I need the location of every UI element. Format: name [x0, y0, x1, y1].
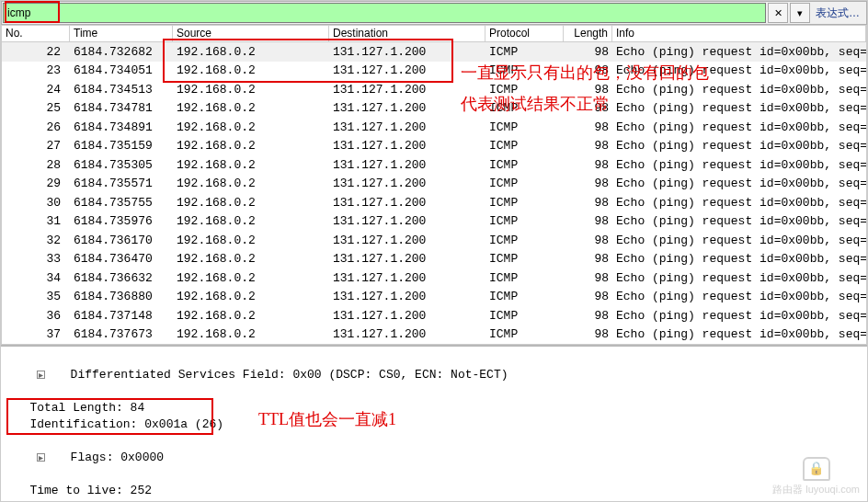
table-cell: ICMP [485, 44, 564, 60]
table-cell: 98 [564, 44, 612, 60]
table-cell: 98 [564, 176, 612, 191]
table-cell: ICMP [485, 195, 564, 211]
table-row[interactable]: 366184.737148192.168.0.2131.127.1.200ICM… [2, 306, 866, 325]
table-cell: 28 [2, 157, 70, 173]
table-row[interactable]: 266184.734891192.168.0.2131.127.1.200ICM… [2, 118, 866, 137]
display-filter-input[interactable] [3, 3, 766, 23]
table-cell: 192.168.0.2 [173, 213, 329, 229]
table-cell: 131.127.1.200 [329, 289, 485, 304]
table-cell: 131.127.1.200 [329, 120, 485, 135]
table-cell: ICMP [485, 326, 564, 342]
col-header-no[interactable]: No. [2, 26, 70, 41]
col-header-info[interactable]: Info [612, 26, 866, 41]
table-cell: ICMP [485, 270, 564, 286]
table-row[interactable]: 376184.737673192.168.0.2131.127.1.200ICM… [2, 325, 866, 345]
col-header-length[interactable]: Length [564, 26, 612, 41]
table-cell: Echo (ping) request id=0x00bb, seq= [612, 63, 866, 78]
table-row[interactable]: 276184.735159192.168.0.2131.127.1.200ICM… [2, 137, 866, 156]
table-cell: 192.168.0.2 [173, 82, 329, 97]
table-cell: Echo (ping) request id=0x00bb, seq= [612, 233, 866, 248]
table-cell: Echo (ping) request id=0x00bb, seq= [612, 308, 866, 324]
table-cell: 27 [2, 138, 70, 154]
detail-ttl[interactable]: Time to live: 252 [8, 483, 860, 499]
table-cell: ICMP [485, 308, 564, 324]
col-header-protocol[interactable]: Protocol [485, 26, 564, 41]
packet-list-body[interactable]: 226184.732682192.168.0.2131.127.1.200ICM… [2, 42, 866, 345]
table-row[interactable]: 306184.735755192.168.0.2131.127.1.200ICM… [2, 193, 866, 212]
table-cell: 98 [564, 63, 612, 78]
table-cell: 131.127.1.200 [329, 233, 485, 248]
table-cell: 6184.735305 [70, 157, 173, 173]
table-row[interactable]: 316184.735976192.168.0.2131.127.1.200ICM… [2, 212, 866, 232]
table-cell: 6184.734513 [70, 82, 173, 97]
table-cell: 192.168.0.2 [173, 138, 329, 154]
table-cell: 6184.734051 [70, 63, 173, 78]
router-icon [803, 457, 830, 481]
detail-dscp[interactable]: ▸ Differentiated Services Field: 0x00 (D… [8, 350, 860, 400]
table-cell: Echo (ping) request id=0x00bb, seq= [612, 157, 866, 173]
table-cell: 25 [2, 100, 70, 116]
table-cell: 30 [2, 195, 70, 211]
table-cell: 131.127.1.200 [329, 157, 485, 173]
table-cell: 131.127.1.200 [329, 44, 485, 60]
table-cell: 6184.734891 [70, 120, 173, 135]
table-row[interactable]: 356184.736880192.168.0.2131.127.1.200ICM… [2, 288, 866, 307]
table-cell: 98 [564, 100, 612, 116]
table-cell: 192.168.0.2 [173, 100, 329, 116]
table-cell: Echo (ping) request id=0x00bb, seq= [612, 270, 866, 286]
table-cell: 131.127.1.200 [329, 100, 485, 116]
table-cell: 131.127.1.200 [329, 138, 485, 154]
col-header-source[interactable]: Source [173, 26, 329, 41]
table-cell: 192.168.0.2 [173, 308, 329, 324]
expression-link[interactable]: 表达式… [810, 6, 865, 21]
table-cell: 6184.736880 [70, 289, 173, 304]
table-cell: 98 [564, 326, 612, 342]
table-cell: Echo (ping) request id=0x00bb, seq= [612, 120, 866, 135]
table-row[interactable]: 236184.734051192.168.0.2131.127.1.200ICM… [2, 62, 866, 81]
col-header-time[interactable]: Time [70, 26, 173, 41]
table-row[interactable]: 286184.735305192.168.0.2131.127.1.200ICM… [2, 155, 866, 175]
table-cell: 6184.736470 [70, 251, 173, 267]
watermark: 路由器 luyouqi.com [772, 457, 860, 496]
table-cell: 131.127.1.200 [329, 270, 485, 286]
detail-flags[interactable]: ▸ Flags: 0x0000 [8, 433, 860, 483]
detail-protocol[interactable]: Protocol: ICMP (1) [8, 499, 860, 501]
table-cell: 131.127.1.200 [329, 82, 485, 97]
table-row[interactable]: 296184.735571192.168.0.2131.127.1.200ICM… [2, 175, 866, 194]
packet-list-pane: No. Time Source Destination Protocol Len… [1, 25, 867, 345]
table-row[interactable]: 326184.736170192.168.0.2131.127.1.200ICM… [2, 231, 866, 250]
table-cell: 192.168.0.2 [173, 195, 329, 211]
filter-dropdown-button[interactable]: ▾ [790, 3, 810, 23]
table-cell: 98 [564, 120, 612, 135]
table-cell: ICMP [485, 63, 564, 78]
col-header-destination[interactable]: Destination [329, 26, 485, 41]
table-cell: 32 [2, 233, 70, 248]
table-cell: 192.168.0.2 [173, 289, 329, 304]
table-cell: 24 [2, 82, 70, 97]
table-cell: ICMP [485, 100, 564, 116]
table-cell: 98 [564, 138, 612, 154]
detail-identification[interactable]: Identification: 0x001a (26) [8, 416, 860, 433]
packet-details-pane[interactable]: ▸ Differentiated Services Field: 0x00 (D… [1, 345, 867, 501]
display-filter-bar: ✕ ▾ 表达式… [1, 1, 867, 25]
table-cell: Echo (ping) request id=0x00bb, seq= [612, 289, 866, 304]
table-row[interactable]: 256184.734781192.168.0.2131.127.1.200ICM… [2, 99, 866, 119]
expand-icon[interactable]: ▸ [37, 453, 45, 462]
table-row[interactable]: 246184.734513192.168.0.2131.127.1.200ICM… [2, 80, 866, 99]
table-cell: 98 [564, 213, 612, 229]
expand-icon[interactable]: ▸ [37, 371, 45, 379]
table-cell: Echo (ping) request id=0x00bb, seq= [612, 195, 866, 211]
table-cell: ICMP [485, 120, 564, 135]
table-cell: 192.168.0.2 [173, 157, 329, 173]
table-cell: 6184.735755 [70, 195, 173, 211]
table-cell: 6184.735976 [70, 213, 173, 229]
table-cell: ICMP [485, 251, 564, 267]
table-row[interactable]: 346184.736632192.168.0.2131.127.1.200ICM… [2, 268, 866, 288]
table-cell: 131.127.1.200 [329, 195, 485, 211]
table-cell: 35 [2, 289, 70, 304]
clear-filter-button[interactable]: ✕ [768, 3, 788, 23]
table-row[interactable]: 336184.736470192.168.0.2131.127.1.200ICM… [2, 250, 866, 269]
table-cell: 98 [564, 195, 612, 211]
table-row[interactable]: 226184.732682192.168.0.2131.127.1.200ICM… [2, 42, 866, 62]
detail-total-length[interactable]: Total Length: 84 [8, 400, 860, 416]
